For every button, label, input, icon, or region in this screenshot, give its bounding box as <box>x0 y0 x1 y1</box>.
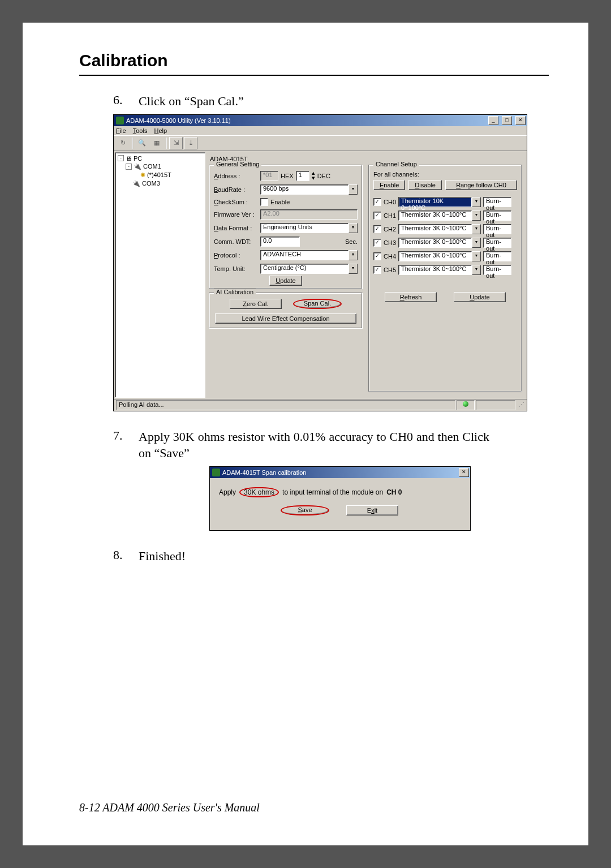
channel-index-label: CH1 <box>384 212 396 219</box>
menu-tools[interactable]: Tools <box>133 127 148 134</box>
tempunit-label: Temp. Unit: <box>214 265 258 272</box>
for-all-label: For all channels: <box>373 171 517 178</box>
titlebar[interactable]: ADAM-4000-5000 Utility (Ver 3.10.11) _ □… <box>114 115 527 126</box>
channel-range-combo[interactable]: Thermistor 3K 0~100°C <box>398 210 472 221</box>
channel-range-combo[interactable]: Thermistor 3K 0~100°C <box>398 251 472 261</box>
span-cal-button[interactable]: Span Cal. <box>293 299 342 309</box>
wdt-input[interactable]: 0.0 <box>260 237 300 247</box>
address-dec-input[interactable]: 1 <box>296 171 309 181</box>
wdt-label: Comm. WDT: <box>214 238 258 245</box>
firmware-label: Firmware Ver : <box>214 211 258 218</box>
dialog-resistor-value: 30K ohms <box>239 487 279 497</box>
checksum-checkbox[interactable] <box>260 198 268 206</box>
minimize-button[interactable]: _ <box>488 116 498 125</box>
step8-number: 8. <box>113 548 139 565</box>
chevron-down-icon[interactable]: ▾ <box>472 238 481 248</box>
chevron-down-icon[interactable]: ▾ <box>348 223 358 233</box>
chevron-down-icon[interactable]: ▾ <box>348 250 358 260</box>
tree-module[interactable]: (*)4015T <box>147 171 171 178</box>
tree-com3[interactable]: COM3 <box>142 180 160 187</box>
chevron-down-icon[interactable]: ▾ <box>472 224 481 234</box>
chevron-down-icon[interactable]: ▾ <box>472 251 481 261</box>
close-button[interactable]: ✕ <box>515 116 526 125</box>
general-update-button[interactable]: Update <box>269 276 302 286</box>
chevron-down-icon[interactable]: ▾ <box>348 184 358 195</box>
channels-update-button[interactable]: Update <box>454 292 506 302</box>
channel-burnout-field[interactable]: Burn-out <box>483 224 511 234</box>
lead-wire-comp-button[interactable]: Lead Wire Effect Compensation <box>215 313 357 324</box>
dialog-title: ADAM-4015T Span calibration <box>222 469 306 476</box>
tree-com1[interactable]: COM1 <box>143 163 161 170</box>
channel-enable-checkbox[interactable]: ✓ <box>373 239 381 247</box>
address-label: Address : <box>214 173 258 179</box>
zero-cal-button[interactable]: Zero Cal. <box>230 299 282 309</box>
dialog-apply-label: Apply <box>219 488 236 496</box>
protocol-combo[interactable]: ADVANTECH <box>260 250 348 260</box>
channel-row: ✓CH2Thermistor 3K 0~100°C▾Burn-out <box>373 224 517 234</box>
module-icon: ✺ <box>140 171 145 179</box>
channel-range-combo[interactable]: Thermistor 10K 0~100°C <box>398 197 472 207</box>
channel-burnout-field[interactable]: Burn-out <box>483 238 511 248</box>
chevron-down-icon[interactable]: ▾ <box>348 264 358 274</box>
dialog-save-button[interactable]: Save <box>281 505 329 515</box>
dataformat-label: Data Format : <box>214 225 258 231</box>
toolbar-save-icon[interactable]: ⤓ <box>184 137 197 149</box>
channel-burnout-field[interactable]: Burn-out <box>483 210 511 221</box>
channel-enable-checkbox[interactable]: ✓ <box>373 266 381 274</box>
tree-collapse-icon[interactable]: - <box>126 164 132 170</box>
dataformat-combo[interactable]: Engineering Units <box>260 223 348 233</box>
channels-disable-button[interactable]: Disable <box>408 180 442 190</box>
menu-help[interactable]: Help <box>154 127 167 134</box>
checksum-enable-label: Enable <box>270 199 290 205</box>
address-hex-input[interactable]: *01 <box>260 171 278 181</box>
dialog-channel-label: CH 0 <box>386 488 402 496</box>
general-setting-legend: General Setting <box>214 161 261 167</box>
resize-grip-icon[interactable]: ⋰ <box>517 401 524 409</box>
channel-burnout-field[interactable]: Burn-out <box>483 265 511 275</box>
menu-file[interactable]: File <box>116 127 126 134</box>
channel-index-label: CH3 <box>384 239 396 246</box>
dialog-exit-button[interactable]: Exit <box>346 505 398 515</box>
range-follow-button[interactable]: Range follow CH0 <box>445 180 517 190</box>
port-icon: 🔌 <box>132 180 140 187</box>
step6-text: Click on “Span Cal.” <box>139 93 244 110</box>
toolbar-terminal-icon[interactable]: ▦ <box>150 137 163 149</box>
channel-row: ✓CH0Thermistor 10K 0~100°C▾Burn-out <box>373 197 517 207</box>
channel-enable-checkbox[interactable]: ✓ <box>373 252 381 260</box>
spinner-down-icon[interactable]: ▾ <box>312 176 315 181</box>
tree-collapse-icon[interactable]: - <box>118 155 124 161</box>
toolbar-refresh-icon[interactable]: ↻ <box>116 137 130 149</box>
channel-index-label: CH4 <box>384 253 396 260</box>
channels-enable-button[interactable]: Enable <box>373 180 405 190</box>
channel-burnout-field[interactable]: Burn-out <box>483 251 511 261</box>
channel-range-combo[interactable]: Thermistor 3K 0~100°C <box>398 238 472 248</box>
channel-enable-checkbox[interactable]: ✓ <box>373 225 381 233</box>
channel-range-combo[interactable]: Thermistor 3K 0~100°C <box>398 224 472 234</box>
channel-enable-checkbox[interactable]: ✓ <box>373 212 381 220</box>
channel-enable-checkbox[interactable]: ✓ <box>373 198 381 206</box>
port-icon: 🔌 <box>134 163 141 170</box>
channel-range-combo[interactable]: Thermistor 3K 0~100°C <box>398 265 472 275</box>
channel-row: ✓CH4Thermistor 3K 0~100°C▾Burn-out <box>373 251 517 261</box>
span-cal-dialog: ADAM-4015T Span calibration ✕ Apply 30K … <box>209 466 471 531</box>
status-led-icon <box>457 400 475 410</box>
baud-combo[interactable]: 9600 bps <box>260 184 348 195</box>
baud-label: BaudRate : <box>214 186 258 193</box>
maximize-button[interactable]: □ <box>502 116 512 125</box>
app-icon <box>212 469 220 476</box>
channels-refresh-button[interactable]: Refresh <box>385 292 437 302</box>
toolbar-search-icon[interactable]: 🔍 <box>135 137 149 149</box>
channel-setup-group: Channel Setup For all channels: Enable D… <box>368 165 522 392</box>
device-tree[interactable]: - 🖥 PC - 🔌 COM1 ✺ (*)4015T 🔌 COM3 <box>115 152 205 398</box>
chevron-down-icon[interactable]: ▾ <box>472 210 481 221</box>
dialog-close-button[interactable]: ✕ <box>459 468 469 477</box>
chevron-down-icon[interactable]: ▾ <box>472 197 481 207</box>
channel-row: ✓CH5Thermistor 3K 0~100°C▾Burn-out <box>373 265 517 275</box>
toolbar-export-icon[interactable]: ⇲ <box>169 137 183 149</box>
channel-index-label: CH2 <box>384 226 396 233</box>
tempunit-combo[interactable]: Centigrade (°C) <box>260 264 348 274</box>
channel-burnout-field[interactable]: Burn-out <box>483 197 511 207</box>
chevron-down-icon[interactable]: ▾ <box>472 265 481 275</box>
tree-pc[interactable]: PC <box>134 155 142 162</box>
page-title: Calibration <box>79 51 549 70</box>
